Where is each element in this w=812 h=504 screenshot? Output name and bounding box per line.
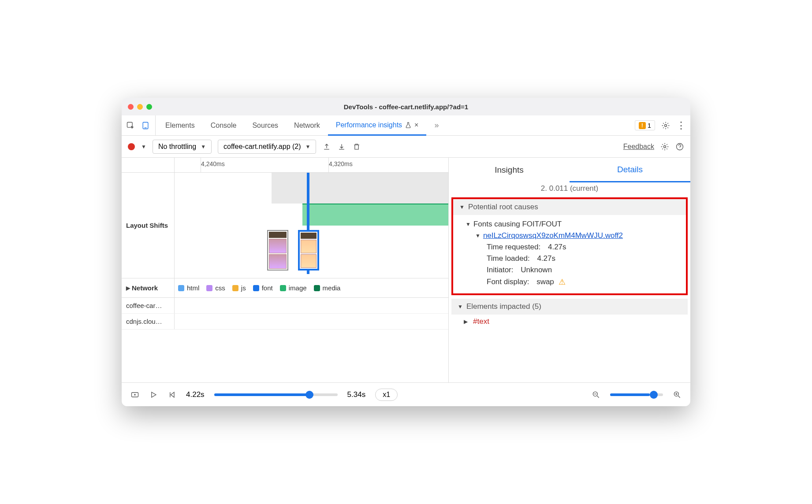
collapse-caret-icon: ▼ — [458, 304, 463, 310]
expand-caret-icon: ▶ — [455, 319, 468, 325]
devtools-window: DevTools - coffee-cart.netlify.app/?ad=1… — [122, 98, 690, 406]
svg-line-9 — [597, 396, 599, 397]
tab-sources[interactable]: Sources — [244, 115, 286, 135]
details-pane: Insights Details 2. 0.011 (current) ▼ Po… — [449, 158, 690, 382]
session-value: coffee-cart.netlify.app (2) — [223, 143, 301, 151]
font-prop-time-loaded: Time loaded: 4.27s — [466, 253, 680, 264]
svg-point-7 — [134, 394, 135, 395]
collapse-caret-icon: ▼ — [475, 233, 480, 239]
collapse-caret-icon: ▼ — [466, 221, 471, 227]
play-icon[interactable] — [149, 390, 158, 399]
playback-speed[interactable]: x1 — [375, 389, 398, 401]
layout-shift-thumb[interactable] — [267, 230, 288, 271]
download-icon[interactable] — [337, 142, 346, 151]
network-legend: html css js font image media — [175, 278, 448, 297]
chevron-down-icon: ▼ — [305, 144, 311, 150]
flask-icon — [405, 122, 412, 129]
warnings-badge[interactable]: ! 1 — [635, 120, 655, 130]
timeline-block — [302, 204, 448, 226]
network-request-name: cdnjs.clou… — [122, 314, 175, 329]
help-icon[interactable] — [675, 142, 684, 151]
legend-item-js: js — [232, 284, 246, 292]
svg-line-12 — [678, 396, 680, 397]
font-prop-display: Font display: swap ⚠ — [466, 276, 680, 288]
playback-end-time: 5.34s — [347, 390, 366, 399]
main-area: 4,240ms 4,320ms Layout Shifts — [122, 158, 690, 382]
font-prop-initiator: Initiator: Unknown — [466, 264, 680, 276]
zoom-out-icon[interactable] — [592, 390, 600, 399]
details-tabs: Insights Details — [449, 158, 690, 182]
row-label-network[interactable]: ▶ Network — [122, 278, 175, 297]
tab-label: Performance insights — [336, 121, 402, 129]
warning-icon: ! — [639, 122, 646, 129]
session-select[interactable]: coffee-cart.netlify.app (2) ▼ — [218, 140, 316, 154]
record-menu-caret[interactable]: ▼ — [141, 144, 146, 150]
zoom-slider[interactable] — [610, 393, 663, 396]
prev-detail-fragment: 2. 0.011 (current) — [449, 182, 690, 197]
tab-label: Elements — [165, 122, 195, 130]
playback-footer: 4.22s 5.34s x1 — [122, 382, 690, 406]
close-tab-icon[interactable]: × — [414, 121, 418, 129]
font-file-row[interactable]: ▼ neILzCirqoswsqX9zoKmM4MwWJU.woff2 — [466, 230, 680, 241]
timeline-ruler[interactable]: 4,240ms 4,320ms — [122, 158, 448, 173]
rewind-icon[interactable] — [168, 390, 176, 399]
trash-icon[interactable] — [352, 142, 361, 151]
network-legend-row: ▶ Network html css js font image media — [122, 278, 448, 298]
font-file-link[interactable]: neILzCirqoswsqX9zoKmM4MwWJU.woff2 — [483, 231, 623, 240]
playback-start-time: 4.22s — [186, 390, 205, 399]
kebab-menu-icon[interactable]: ⋮ — [676, 120, 686, 131]
chevron-down-icon: ▼ — [201, 144, 206, 150]
timeline-pane: 4,240ms 4,320ms Layout Shifts — [122, 158, 449, 382]
tab-console[interactable]: Console — [203, 115, 245, 135]
settings-gear-icon[interactable] — [660, 142, 669, 151]
overflow-glyph: » — [434, 121, 439, 130]
network-request-row[interactable]: cdnjs.clou… — [122, 314, 448, 330]
impacted-element-row[interactable]: ▶ #text — [449, 315, 690, 329]
text-node-label: #text — [470, 317, 489, 326]
timeline-block — [272, 173, 448, 204]
window-titlebar: DevTools - coffee-cart.netlify.app/?ad=1 — [122, 98, 690, 115]
preview-toggle-icon[interactable] — [130, 390, 139, 399]
font-prop-time-requested: Time requested: 4.27s — [466, 241, 680, 253]
legend-item-html: html — [178, 284, 199, 292]
layout-shifts-row: Layout Shifts — [122, 173, 448, 278]
tab-network[interactable]: Network — [286, 115, 328, 135]
device-toggle-icon[interactable] — [141, 121, 150, 130]
tabs-overflow[interactable]: » — [426, 115, 447, 135]
root-causes-header[interactable]: ▼ Potential root causes — [453, 199, 686, 215]
legend-item-media: media — [314, 284, 341, 292]
upload-icon[interactable] — [322, 142, 331, 151]
tab-label: Console — [211, 122, 237, 130]
throttling-select[interactable]: No throttling ▼ — [153, 140, 212, 154]
ruler-tick: 4,320ms — [329, 160, 353, 167]
ruler-tick: 4,240ms — [201, 160, 225, 167]
tab-elements[interactable]: Elements — [157, 115, 203, 135]
root-causes-highlight: ▼ Potential root causes ▼ Fonts causing … — [451, 197, 688, 295]
gear-icon[interactable] — [661, 121, 670, 130]
row-label-layout: Layout Shifts — [122, 173, 175, 278]
svg-point-3 — [665, 124, 667, 126]
window-title: DevTools - coffee-cart.netlify.app/?ad=1 — [122, 103, 690, 111]
legend-item-font: font — [253, 284, 273, 292]
record-button[interactable] — [128, 143, 135, 150]
inspect-icon[interactable] — [126, 121, 135, 130]
svg-point-4 — [664, 145, 666, 148]
feedback-link[interactable]: Feedback — [623, 143, 654, 151]
network-request-row[interactable]: coffee-car… — [122, 298, 448, 314]
layout-shift-thumb-selected[interactable] — [298, 230, 319, 271]
expand-caret-icon: ▶ — [126, 285, 130, 291]
legend-item-css: css — [206, 284, 225, 292]
network-request-name: coffee-car… — [122, 298, 175, 313]
fonts-causing-row[interactable]: ▼ Fonts causing FOIT/FOUT — [466, 219, 680, 230]
tab-details[interactable]: Details — [570, 158, 690, 182]
collapse-caret-icon: ▼ — [459, 204, 465, 210]
playback-slider[interactable] — [214, 393, 338, 396]
elements-impacted-header[interactable]: ▼ Elements impacted (5) — [451, 299, 688, 315]
warning-count: 1 — [648, 122, 651, 129]
legend-item-image: image — [280, 284, 307, 292]
tab-performance-insights[interactable]: Performance insights × — [328, 116, 427, 136]
zoom-in-icon[interactable] — [673, 390, 682, 399]
throttling-value: No throttling — [158, 143, 196, 151]
layout-shifts-track[interactable] — [175, 173, 448, 278]
tab-insights[interactable]: Insights — [449, 158, 570, 182]
